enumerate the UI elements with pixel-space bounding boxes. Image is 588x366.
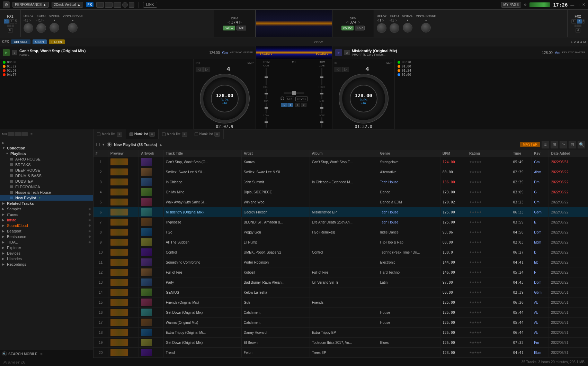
fx1-delay-knob[interactable] <box>24 23 33 33</box>
fx1-btn2[interactable]: 2 <box>9 19 14 24</box>
tree-expand-btn[interactable]: ▶ <box>0 140 93 145</box>
deck2-platter[interactable]: 128.00 0.0% ±10 <box>339 74 388 123</box>
tree-tidal[interactable]: ▶ TIDAL ⊕ <box>0 239 93 245</box>
tree-new-playlist[interactable]: New Playlist + <box>0 195 93 201</box>
fx2-tap-btn[interactable]: TAP <box>355 26 365 30</box>
table-row[interactable]: 18 Extra Trippy (Original Mi... Danny Ho… <box>93 328 588 338</box>
table-row[interactable]: 7 Hypnotize BLOND:ISH, Amadou &... Life … <box>93 217 588 227</box>
tree-dubstep[interactable]: DUBSTEP <box>0 179 93 184</box>
trim-fader-right[interactable] <box>320 76 323 78</box>
track-preview[interactable] <box>108 237 139 247</box>
table-row[interactable]: 15 Friends (Original Mix) Guti Friends 1… <box>93 298 588 308</box>
track-preview[interactable] <box>108 287 139 298</box>
maximize-btn[interactable]: □ <box>577 3 579 7</box>
link-button[interactable]: LINK <box>143 2 157 8</box>
tab-checkbox-3[interactable] <box>195 132 198 136</box>
sidebar-btn1[interactable] <box>8 132 14 136</box>
trim-fader-left[interactable] <box>265 76 268 78</box>
performance-label[interactable]: PERFORMANCE ▲ <box>12 2 49 8</box>
table-row[interactable]: 8 I Go Peggy Gou I Go (Remixes) Indie Da… <box>93 227 588 237</box>
tree-afro-house[interactable]: AFRO HOUSE <box>0 156 93 162</box>
track-preview[interactable] <box>108 157 139 167</box>
table-row[interactable]: 2 Swillex, Swae Lee & Sil... Swillex, Sw… <box>93 167 588 177</box>
track-preview[interactable] <box>108 318 139 328</box>
tree-collection[interactable]: ▼ Collection <box>0 145 93 151</box>
view-icon-cover[interactable]: ⊟ <box>569 141 576 148</box>
playlist-tab-3[interactable]: blank list ≡ <box>191 129 224 139</box>
sampler-add[interactable]: ⊕ <box>88 207 91 211</box>
tree-breaks[interactable]: BREAKS <box>0 162 93 167</box>
track-preview[interactable] <box>108 197 139 207</box>
deck-sel-2[interactable]: 2 <box>287 103 293 107</box>
fx2-delay-knob[interactable] <box>377 23 386 33</box>
tree-house-tech[interactable]: House & Tech House <box>0 190 93 195</box>
track-preview[interactable] <box>108 187 139 197</box>
tree-infyte[interactable]: ▶ Infyte ⊕ <box>0 217 93 223</box>
tree-related-tracks[interactable]: ▶ Related Tracks <box>0 201 93 206</box>
fx1-tap-btn[interactable]: TAP <box>237 26 247 30</box>
master-button[interactable]: MASTER <box>520 142 540 147</box>
deck-sel-4[interactable]: 2 <box>301 103 306 107</box>
deck1-nav-left[interactable]: ◁ <box>196 67 203 72</box>
record-btn[interactable] <box>122 2 128 8</box>
playlist-tab-2[interactable]: blank list ≡ <box>159 129 191 139</box>
track-preview[interactable] <box>108 308 139 318</box>
table-row[interactable]: 4 On My Mind Diplo, SIDEPIECE Dance 123.… <box>93 187 588 197</box>
fx2-vinyl-knob[interactable] <box>421 23 431 33</box>
tab-checkbox-2[interactable] <box>162 132 166 136</box>
fx1-vinyl-knob[interactable] <box>68 23 78 33</box>
sidebar-list-view-btn[interactable]: ≡ <box>30 132 33 136</box>
filter-checkbox[interactable] <box>96 143 100 146</box>
fx-button[interactable]: FX <box>86 2 94 7</box>
tree-histories[interactable]: ▶ Histories <box>0 256 93 262</box>
tree-sampler[interactable]: ▶ Sampler ⊕ <box>0 206 93 212</box>
tree-deep-house[interactable]: DEEP HOUSE <box>0 167 93 173</box>
fx2-spiral-knob[interactable] <box>403 23 412 33</box>
deck1-nav-right[interactable]: ▷ <box>203 67 210 72</box>
fx1-auto-btn[interactable]: AUTO <box>223 26 235 30</box>
tab-checkbox-1[interactable] <box>130 132 133 136</box>
crossfader[interactable] <box>284 92 304 94</box>
mid-fader-left[interactable] <box>265 107 268 109</box>
high-fader-left[interactable] <box>265 93 268 94</box>
table-row[interactable]: 12 Full of Fire Kobosil Full of Fire Har… <box>93 267 588 277</box>
cfx-param-btn[interactable]: PARAM <box>312 40 323 44</box>
grid-view-btn[interactable] <box>96 2 104 8</box>
table-row[interactable]: 20 Trend Felon Trees EP 123.00 ★★★★★ 04:… <box>93 348 588 358</box>
fx2-s-btn[interactable]: S <box>582 19 585 24</box>
table-row[interactable]: 1 Can't Stop, Won't Stop (O... Karuva Ca… <box>93 157 588 167</box>
tree-itunes[interactable]: ▶ iTunes ⊕ <box>0 212 93 217</box>
table-row[interactable]: 19 Get Down (Original Mix) El Brown Tool… <box>93 338 588 348</box>
deck-sel-1[interactable]: 1 <box>281 103 287 107</box>
low-fader-left[interactable] <box>265 121 268 123</box>
tab-settings-1[interactable]: ≡ <box>149 132 155 137</box>
track-preview[interactable] <box>108 348 139 358</box>
cfx-default-btn[interactable]: DEFAULT <box>11 39 30 44</box>
gear-button[interactable]: ⚙ <box>3 1 10 8</box>
tree-beatsource[interactable]: ▶ Beatsource ⊕ <box>0 234 93 239</box>
fx2-btn1[interactable]: 1 <box>571 19 576 24</box>
fx2-auto-btn[interactable]: AUTO <box>341 26 354 30</box>
track-preview[interactable] <box>108 358 139 358</box>
low-fader-right[interactable] <box>320 121 323 123</box>
sort-icon[interactable]: ⊕ <box>107 142 112 147</box>
table-row[interactable]: 5 Walk Away (with Saint Si... Win and Wo… <box>93 197 588 207</box>
tab-settings-0[interactable]: ≡ <box>117 132 122 137</box>
track-preview[interactable] <box>108 328 139 338</box>
table-row[interactable]: 9 All The Sudden Lil Pump Hip-Hop & Rap … <box>93 237 588 247</box>
table-row[interactable]: 6 Misidentify (Original Mix) Georgy Frie… <box>93 207 588 217</box>
track-preview[interactable] <box>108 217 139 227</box>
track-preview[interactable] <box>108 267 139 277</box>
tree-devices[interactable]: ▶ Devices <box>0 250 93 256</box>
fx1-m-btn[interactable]: M <box>8 28 13 33</box>
deck2-nav-right[interactable]: ▷ <box>342 67 349 72</box>
track-preview[interactable] <box>108 207 139 217</box>
list-view-btn[interactable] <box>105 2 113 8</box>
search-toggle[interactable]: 🔍 <box>578 141 585 148</box>
tab-settings-2[interactable]: ≡ <box>182 132 187 137</box>
sidebar-btn2[interactable] <box>15 132 21 136</box>
close-btn[interactable]: ✕ <box>582 2 585 7</box>
fx1-btn1[interactable]: 1 <box>4 19 9 24</box>
fx2-echo-knob[interactable] <box>390 23 399 33</box>
tree-elecronica[interactable]: ELECRONICA <box>0 184 93 190</box>
